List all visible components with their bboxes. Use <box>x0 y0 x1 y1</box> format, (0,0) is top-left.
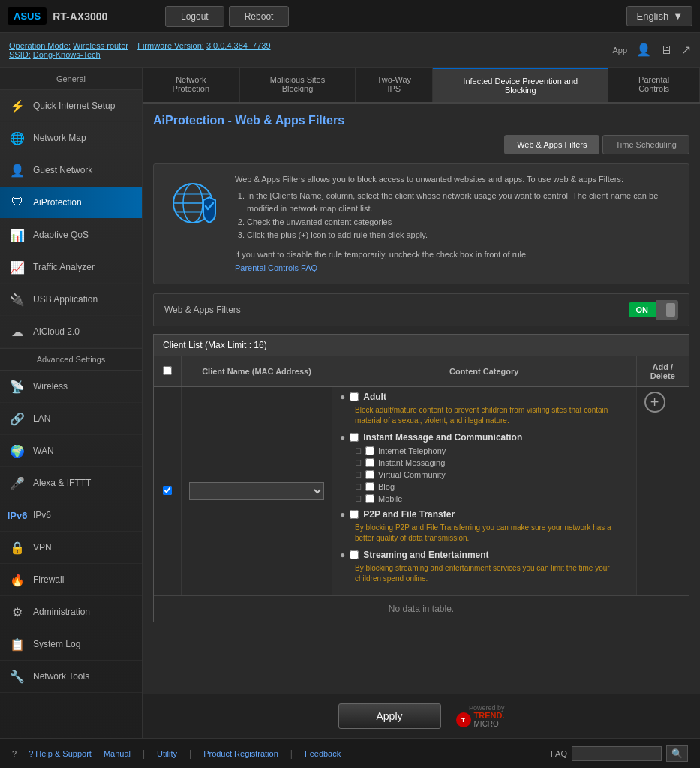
sub-tab-time-scheduling[interactable]: Time Scheduling <box>602 135 689 154</box>
utility-link[interactable]: Utility <box>157 749 177 758</box>
tab-infected-device[interactable]: Infected Device Prevention and Blocking <box>433 68 608 102</box>
trend-circle-icon: T <box>456 712 471 728</box>
firewall-icon: 🔥 <box>9 572 26 588</box>
sidebar-label: Network Map <box>33 133 86 143</box>
page-title: AiProtection - Web & Apps Filters <box>153 114 689 128</box>
faq-search-button[interactable]: 🔍 <box>666 746 688 762</box>
wan-icon: 🌍 <box>9 442 26 459</box>
sidebar: General ⚡ Quick Internet Setup 🌐 Network… <box>0 68 143 738</box>
tab-network-protection[interactable]: Network Protection <box>143 68 240 102</box>
faq-search-input[interactable] <box>572 746 662 761</box>
sidebar-item-ipv6[interactable]: IPv6 IPv6 <box>0 500 142 532</box>
tab-two-way-ips[interactable]: Two-Way IPS <box>356 68 433 102</box>
sidebar-general-title: General <box>0 68 142 90</box>
sidebar-item-aicloud[interactable]: ☁ AiCloud 2.0 <box>0 316 142 348</box>
operation-mode-label: Operation Mode: <box>9 41 71 50</box>
client-table-container: Client Name (MAC Address) Content Catego… <box>153 356 689 622</box>
faq-label: FAQ <box>551 749 567 758</box>
language-selector[interactable]: English ▼ <box>626 6 692 26</box>
info-bar: Operation Mode: Wireless router Firmware… <box>0 33 700 68</box>
operation-mode-value[interactable]: Wireless router <box>73 41 128 50</box>
client-dropdown-row <box>189 482 324 500</box>
client-list-header: Client List (Max Limit : 16) <box>153 334 689 356</box>
top-nav: Logout Reboot <box>165 6 626 27</box>
sub-indent-icon: ◻ <box>355 494 362 503</box>
tab-parental-controls[interactable]: Parental Controls <box>608 68 700 102</box>
sub-mobile: ◻ Mobile <box>355 494 629 503</box>
separator-3: | <box>290 748 293 759</box>
tab-malicious-sites[interactable]: Malicious Sites Blocking <box>240 68 356 102</box>
apply-button[interactable]: Apply <box>338 704 441 729</box>
sidebar-item-alexa-ifttt[interactable]: 🎤 Alexa & IFTTT <box>0 467 142 500</box>
manual-link[interactable]: Manual <box>104 749 131 758</box>
add-rule-button[interactable]: + <box>644 392 665 412</box>
sidebar-item-wireless[interactable]: 📡 Wireless <box>0 370 142 403</box>
title-subtabs-row: AiProtection - Web & Apps Filters Web & … <box>153 114 689 164</box>
sidebar-item-traffic-analyzer[interactable]: 📈 Traffic Analyzer <box>0 251 142 284</box>
sidebar-item-quick-internet-setup[interactable]: ⚡ Quick Internet Setup <box>0 90 142 122</box>
category-adult: ● Adult Block adult/mature content to pr… <box>340 392 629 426</box>
monitor-icon[interactable]: 🖥 <box>660 44 672 57</box>
content-category-cell: ● Adult Block adult/mature content to pr… <box>332 387 637 596</box>
micro-text: MICRO <box>474 720 505 728</box>
toggle-off-part <box>656 300 678 320</box>
usb-icon: 🔌 <box>9 291 26 308</box>
sidebar-item-network-tools[interactable]: 🔧 Network Tools <box>0 661 142 693</box>
client-name-dropdown[interactable] <box>189 482 324 500</box>
virtual-community-checkbox[interactable] <box>365 470 374 479</box>
sidebar-item-usb-application[interactable]: 🔌 USB Application <box>0 284 142 316</box>
sub-instant-messaging: ◻ Instant Messaging <box>355 458 629 467</box>
sidebar-item-guest-network[interactable]: 👤 Guest Network <box>0 154 142 187</box>
sidebar-item-firewall[interactable]: 🔥 Firewall <box>0 564 142 596</box>
shield-icon: 🛡 <box>9 194 26 211</box>
help-support-link[interactable]: ? Help & Support <box>29 749 92 758</box>
sidebar-item-adaptive-qos[interactable]: 📊 Adaptive QoS <box>0 219 142 251</box>
person-icon[interactable]: 👤 <box>636 43 651 57</box>
select-all-checkbox[interactable] <box>163 366 172 375</box>
mobile-checkbox[interactable] <box>365 494 374 503</box>
feedback-link[interactable]: Feedback <box>305 749 341 758</box>
row-checkbox[interactable] <box>163 486 172 495</box>
p2p-checkbox[interactable] <box>350 510 359 519</box>
trend-name: TREND. <box>474 712 505 720</box>
sidebar-item-lan[interactable]: 🔗 LAN <box>0 403 142 435</box>
sidebar-label: Traffic Analyzer <box>33 262 95 272</box>
adult-desc: Block adult/mature content to prevent ch… <box>355 405 629 426</box>
language-label: English <box>636 10 668 22</box>
instant-message-checkbox[interactable] <box>350 433 359 442</box>
chevron-down-icon: ▼ <box>673 10 683 22</box>
parental-controls-faq-link[interactable]: Parental Controls FAQ <box>235 263 317 272</box>
sidebar-item-wan[interactable]: 🌍 WAN <box>0 435 142 467</box>
instant-messaging-checkbox[interactable] <box>365 458 374 467</box>
description-intro: Web & Apps Filters allows you to block a… <box>235 173 678 187</box>
blog-checkbox[interactable] <box>365 482 374 491</box>
sidebar-item-vpn[interactable]: 🔒 VPN <box>0 532 142 564</box>
col-checkbox <box>154 356 182 387</box>
streaming-checkbox[interactable] <box>350 550 359 560</box>
description-footer: If you want to disable the rule temporar… <box>235 248 678 262</box>
firmware-value[interactable]: 3.0.0.4.384_7739 <box>206 41 271 50</box>
p2p-desc: By blocking P2P and File Transferring yo… <box>355 523 629 544</box>
toggle-switch[interactable]: ON <box>629 300 679 320</box>
ssid-value[interactable]: Dong-Knows-Tech <box>33 50 101 59</box>
sidebar-item-aiprotection[interactable]: 🛡 AiProtection <box>0 187 142 219</box>
internet-telephony-checkbox[interactable] <box>365 446 374 455</box>
sidebar-item-network-map[interactable]: 🌐 Network Map <box>0 122 142 154</box>
sidebar-label: IPv6 <box>33 510 51 520</box>
product-reg-link[interactable]: Product Registration <box>203 749 278 758</box>
reboot-button[interactable]: Reboot <box>229 6 290 27</box>
description-step-2: Check the unwanted content categories <box>247 216 678 230</box>
share-icon[interactable]: ↗ <box>681 43 691 57</box>
logout-button[interactable]: Logout <box>165 6 224 27</box>
sidebar-label: Alexa & IFTTT <box>33 478 91 488</box>
sidebar-item-system-log[interactable]: 📋 System Log <box>0 628 142 661</box>
ipv6-icon: IPv6 <box>9 507 26 524</box>
sidebar-item-administration[interactable]: ⚙ Administration <box>0 596 142 628</box>
sidebar-advanced-title: Advanced Settings <box>0 348 142 370</box>
sub-tab-web-apps-filters[interactable]: Web & Apps Filters <box>504 135 599 154</box>
category-instant-main: ● Instant Message and Communication <box>340 432 629 442</box>
globe-icon: 🌐 <box>9 130 26 146</box>
apply-row: Apply Powered by T TREND. MICRO <box>143 694 700 738</box>
toggle-label: Web & Apps Filters <box>164 304 241 315</box>
adult-checkbox[interactable] <box>350 392 359 401</box>
